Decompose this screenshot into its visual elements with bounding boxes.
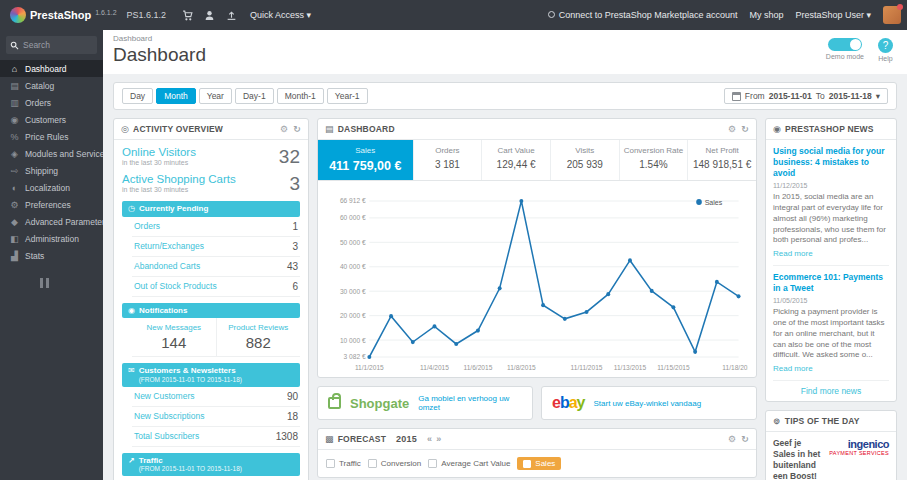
- help-icon[interactable]: ?: [878, 38, 893, 53]
- employee-icon[interactable]: [200, 6, 218, 24]
- online-visitors-kpi: Online Visitors in the last 30 minutes 3…: [122, 146, 300, 168]
- sidebar-item-administration[interactable]: ◧Administration: [0, 230, 103, 247]
- find-more-news-link[interactable]: Find more news: [773, 380, 889, 401]
- filter-month-1-button[interactable]: Month-1: [277, 88, 324, 104]
- sidebar-item-label: Administration: [25, 234, 79, 244]
- metric-label: Net Profit: [692, 146, 752, 155]
- next-year-button[interactable]: »: [436, 434, 441, 444]
- panel-title: TIPS OF THE DAY: [785, 416, 860, 426]
- toggle-icon[interactable]: [828, 38, 862, 51]
- pending-row: Abandoned Carts43: [132, 257, 300, 277]
- shopgate-link[interactable]: Ga mobiel en verhoog uw omzet: [418, 394, 522, 412]
- gear-icon[interactable]: ⚙: [728, 124, 736, 134]
- filter-month-button[interactable]: Month: [156, 88, 196, 104]
- sidebar-item-preferences[interactable]: ⚙Preferences: [0, 196, 103, 213]
- news-headline[interactable]: Ecommerce 101: Payments in a Tweet: [773, 272, 889, 294]
- legend-traffic-checkbox[interactable]: Traffic: [326, 459, 361, 468]
- stats-icon: ▟: [9, 251, 20, 261]
- cart-icon[interactable]: [178, 6, 196, 24]
- svg-text:11/4/2015: 11/4/2015: [420, 364, 449, 371]
- sidebar-item-shipping[interactable]: ⇨Shipping: [0, 162, 103, 179]
- date-range-picker[interactable]: From 2015-11-01 To 2015-11-18 ▾: [724, 88, 888, 104]
- ebay-link[interactable]: Start uw eBay-winkel vandaag: [594, 399, 702, 408]
- user-menu[interactable]: PrestaShop User ▾: [795, 10, 871, 20]
- metric-tab-sales[interactable]: Sales 411 759,00 €: [318, 140, 414, 180]
- marketplace-link[interactable]: Connect to PrestaShop Marketplace accoun…: [548, 10, 738, 20]
- cell-value: 882: [219, 334, 299, 351]
- new-customers-link[interactable]: New Customers: [134, 391, 194, 401]
- news-headline[interactable]: Using social media for your business: 4 …: [773, 146, 889, 179]
- metric-tab-conversion-rate[interactable]: Conversion Rate 1.54%: [620, 140, 689, 180]
- traffic-icon: ↗: [128, 456, 135, 466]
- brand-version: 1.6.1.2: [95, 9, 116, 16]
- shopgate-bag-icon: [328, 397, 341, 409]
- pending-row: Return/Exchanges3: [132, 237, 300, 257]
- marketplace-icon: [548, 11, 555, 18]
- refresh-icon[interactable]: ↻: [293, 124, 301, 134]
- read-more-link[interactable]: Read more: [773, 249, 813, 258]
- svg-text:10 000 €: 10 000 €: [340, 336, 366, 343]
- news-date: 11/12/2015: [773, 182, 889, 189]
- checkbox-icon: [326, 459, 335, 468]
- sidebar-item-price-rules[interactable]: %Price Rules: [0, 128, 103, 145]
- metric-tab-cart-value[interactable]: Cart Value 129,44 €: [482, 140, 551, 180]
- new-messages-cell: New Messages 144: [132, 318, 217, 356]
- bell-icon: ◉: [128, 306, 135, 316]
- sidebar-search[interactable]: [6, 36, 97, 54]
- breadcrumb[interactable]: Dashboard: [113, 34, 897, 43]
- sidebar-item-advanced-parameters[interactable]: ◆Advanced Parameters: [0, 213, 103, 230]
- legend-conversion-checkbox[interactable]: Conversion: [368, 459, 421, 468]
- metric-tab-orders[interactable]: Orders 3 181: [414, 140, 483, 180]
- sidebar-item-catalog[interactable]: ▤Catalog: [0, 77, 103, 94]
- sidebar-item-customers[interactable]: ◉Customers: [0, 111, 103, 128]
- abandoned-carts-link[interactable]: Abandoned Carts: [134, 261, 200, 271]
- brand-text: ingenico: [829, 438, 889, 450]
- my-shop-link[interactable]: My shop: [749, 10, 783, 20]
- sidebar-item-modules[interactable]: ◈Modules and Services: [0, 145, 103, 162]
- new-messages-link[interactable]: New Messages: [134, 323, 214, 332]
- sidebar-item-orders[interactable]: ▥Orders: [0, 94, 103, 111]
- google-analytics-link[interactable]: ⚭ Link to your Google Analytics account: [132, 476, 300, 480]
- sidebar-item-localization[interactable]: ◐Localization: [0, 179, 103, 196]
- out-of-stock-link[interactable]: Out of Stock Products: [134, 281, 217, 291]
- date-from-value: 2015-11-01: [769, 91, 812, 101]
- sidebar-collapse-toggle[interactable]: [40, 278, 103, 288]
- quick-access-menu[interactable]: Quick Access ▾: [250, 10, 311, 20]
- demo-mode-toggle[interactable]: Demo mode: [826, 38, 864, 60]
- read-more-link[interactable]: Read more: [773, 364, 813, 373]
- help-label: Help: [878, 55, 893, 62]
- upload-icon[interactable]: [222, 6, 240, 24]
- search-input[interactable]: [23, 40, 87, 50]
- sidebar-item-dashboard[interactable]: ⌂Dashboard: [0, 60, 103, 77]
- prev-year-button[interactable]: «: [427, 434, 432, 444]
- total-subscribers-link[interactable]: Total Subscribers: [134, 431, 199, 441]
- news-article: Using social media for your business: 4 …: [773, 146, 889, 265]
- filter-day-button[interactable]: Day: [122, 88, 153, 104]
- product-reviews-link[interactable]: Product Reviews: [219, 323, 299, 332]
- news-icon: ◉: [773, 124, 781, 134]
- returns-link[interactable]: Return/Exchanges: [134, 241, 204, 251]
- sidebar-item-label: Localization: [25, 183, 70, 193]
- metric-tab-visits[interactable]: Visits 205 939: [551, 140, 620, 180]
- prestashop-logo[interactable]: PrestaShop 1.6.1.2: [6, 7, 121, 23]
- filter-day-1-button[interactable]: Day-1: [235, 88, 274, 104]
- filter-year-1-button[interactable]: Year-1: [327, 88, 368, 104]
- sidebar-item-stats[interactable]: ▟Stats: [0, 247, 103, 264]
- metric-tab-net-profit[interactable]: Net Profit 148 918,51 €: [688, 140, 756, 180]
- prestashop-news-panel: ◉ PRESTASHOP NEWS Using social media for…: [765, 118, 897, 402]
- help-button[interactable]: ? Help: [878, 38, 893, 62]
- gear-icon[interactable]: ⚙: [280, 124, 288, 134]
- legend-avg-cart-checkbox[interactable]: Average Cart Value: [428, 459, 510, 468]
- avatar[interactable]: [883, 6, 901, 24]
- filter-year-button[interactable]: Year: [199, 88, 232, 104]
- kpi-label: Online Visitors: [122, 146, 196, 158]
- refresh-icon[interactable]: ↻: [741, 124, 749, 134]
- orders-link[interactable]: Orders: [134, 221, 160, 231]
- legend-sales-checkbox[interactable]: Sales: [517, 457, 561, 470]
- gear-icon[interactable]: ⚙: [728, 434, 736, 444]
- news-excerpt: In 2015, social media are an integral pa…: [773, 192, 889, 246]
- section-title: Customers & Newsletters: [139, 366, 236, 375]
- kpi-value: 32: [279, 146, 300, 168]
- refresh-icon[interactable]: ↻: [741, 434, 749, 444]
- new-subscriptions-link[interactable]: New Subscriptions: [134, 411, 204, 421]
